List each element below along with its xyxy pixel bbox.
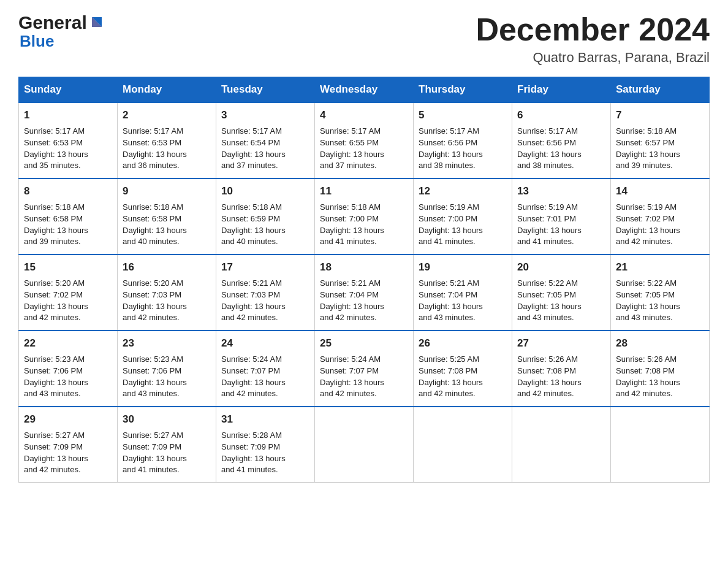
calendar-cell: 10 Sunrise: 5:18 AMSunset: 6:59 PMDaylig… [216,178,315,255]
day-info: Sunrise: 5:20 AMSunset: 7:02 PMDaylight:… [24,278,88,323]
day-number: 28 [616,336,704,351]
day-info: Sunrise: 5:22 AMSunset: 7:05 PMDaylight:… [616,278,680,323]
calendar-cell: 22 Sunrise: 5:23 AMSunset: 7:06 PMDaylig… [19,331,118,407]
day-info: Sunrise: 5:22 AMSunset: 7:05 PMDaylight:… [517,278,582,323]
day-info: Sunrise: 5:19 AMSunset: 7:01 PMDaylight:… [517,202,582,247]
day-info: Sunrise: 5:24 AMSunset: 7:07 PMDaylight:… [221,354,286,399]
calendar-cell: 19 Sunrise: 5:21 AMSunset: 7:04 PMDaylig… [414,255,512,331]
calendar-cell: 14 Sunrise: 5:19 AMSunset: 7:02 PMDaylig… [611,178,710,255]
day-info: Sunrise: 5:18 AMSunset: 6:58 PMDaylight:… [24,202,88,247]
calendar-cell: 12 Sunrise: 5:19 AMSunset: 7:00 PMDaylig… [414,178,512,255]
day-info: Sunrise: 5:17 AMSunset: 6:54 PMDaylight:… [221,126,286,170]
day-number: 9 [123,184,211,199]
day-number: 18 [320,260,408,275]
day-info: Sunrise: 5:23 AMSunset: 7:06 PMDaylight:… [24,354,88,399]
day-number: 1 [24,108,112,123]
day-number: 29 [24,412,112,427]
day-number: 19 [419,260,507,275]
day-number: 22 [24,336,112,351]
day-number: 26 [419,336,507,351]
day-info: Sunrise: 5:17 AMSunset: 6:55 PMDaylight:… [320,126,384,170]
day-info: Sunrise: 5:27 AMSunset: 7:09 PMDaylight:… [24,431,88,475]
day-number: 21 [616,260,704,275]
calendar-cell: 29 Sunrise: 5:27 AMSunset: 7:09 PMDaylig… [19,407,118,483]
calendar-cell: 31 Sunrise: 5:28 AMSunset: 7:09 PMDaylig… [216,407,315,483]
calendar-cell [611,407,710,483]
day-info: Sunrise: 5:20 AMSunset: 7:03 PMDaylight:… [123,278,187,323]
day-number: 27 [517,336,605,351]
page-header: General Blue December 2024 Quatro Barras… [18,12,710,66]
header-saturday: Saturday [611,77,710,103]
day-number: 25 [320,336,408,351]
calendar-cell: 9 Sunrise: 5:18 AMSunset: 6:58 PMDayligh… [118,178,216,255]
day-info: Sunrise: 5:18 AMSunset: 6:58 PMDaylight:… [123,202,187,247]
day-number: 6 [517,108,605,123]
calendar-cell: 24 Sunrise: 5:24 AMSunset: 7:07 PMDaylig… [216,331,315,407]
calendar-cell: 1 Sunrise: 5:17 AMSunset: 6:53 PMDayligh… [19,102,118,178]
day-number: 30 [123,412,211,427]
calendar-cell: 27 Sunrise: 5:26 AMSunset: 7:08 PMDaylig… [512,331,611,407]
calendar-cell: 20 Sunrise: 5:22 AMSunset: 7:05 PMDaylig… [512,255,611,331]
day-info: Sunrise: 5:17 AMSunset: 6:53 PMDaylight:… [24,126,88,170]
calendar-cell: 17 Sunrise: 5:21 AMSunset: 7:03 PMDaylig… [216,255,315,331]
logo-general-text: General [18,12,87,33]
day-info: Sunrise: 5:17 AMSunset: 6:56 PMDaylight:… [419,126,483,170]
day-number: 31 [221,412,309,427]
calendar-cell [315,407,414,483]
day-number: 23 [123,336,211,351]
calendar-cell: 6 Sunrise: 5:17 AMSunset: 6:56 PMDayligh… [512,102,611,178]
day-info: Sunrise: 5:23 AMSunset: 7:06 PMDaylight:… [123,354,187,399]
calendar-cell: 21 Sunrise: 5:22 AMSunset: 7:05 PMDaylig… [611,255,710,331]
calendar-cell: 25 Sunrise: 5:24 AMSunset: 7:07 PMDaylig… [315,331,414,407]
day-info: Sunrise: 5:19 AMSunset: 7:00 PMDaylight:… [419,202,483,247]
day-info: Sunrise: 5:18 AMSunset: 7:00 PMDaylight:… [320,202,384,247]
header-sunday: Sunday [19,77,118,103]
week-row-5: 29 Sunrise: 5:27 AMSunset: 7:09 PMDaylig… [19,407,710,483]
header-tuesday: Tuesday [216,77,315,103]
header-friday: Friday [512,77,611,103]
day-info: Sunrise: 5:24 AMSunset: 7:07 PMDaylight:… [320,354,384,399]
day-info: Sunrise: 5:26 AMSunset: 7:08 PMDaylight:… [517,354,582,399]
day-number: 8 [24,184,112,199]
day-number: 17 [221,260,309,275]
calendar-cell: 3 Sunrise: 5:17 AMSunset: 6:54 PMDayligh… [216,102,315,178]
calendar-cell: 28 Sunrise: 5:26 AMSunset: 7:08 PMDaylig… [611,331,710,407]
calendar-cell: 15 Sunrise: 5:20 AMSunset: 7:02 PMDaylig… [19,255,118,331]
day-info: Sunrise: 5:19 AMSunset: 7:02 PMDaylight:… [616,202,680,247]
day-number: 14 [616,184,704,199]
header-monday: Monday [118,77,216,103]
day-number: 20 [517,260,605,275]
calendar-cell: 4 Sunrise: 5:17 AMSunset: 6:55 PMDayligh… [315,102,414,178]
day-info: Sunrise: 5:26 AMSunset: 7:08 PMDaylight:… [616,354,680,399]
day-number: 4 [320,108,408,123]
day-info: Sunrise: 5:17 AMSunset: 6:53 PMDaylight:… [123,126,187,170]
day-number: 16 [123,260,211,275]
calendar-cell [512,407,611,483]
weekday-header-row: Sunday Monday Tuesday Wednesday Thursday… [19,77,710,103]
day-number: 24 [221,336,309,351]
week-row-1: 1 Sunrise: 5:17 AMSunset: 6:53 PMDayligh… [19,102,710,178]
day-info: Sunrise: 5:21 AMSunset: 7:04 PMDaylight:… [419,278,483,323]
calendar-table: Sunday Monday Tuesday Wednesday Thursday… [18,77,710,483]
calendar-cell [414,407,512,483]
header-thursday: Thursday [414,77,512,103]
calendar-cell: 7 Sunrise: 5:18 AMSunset: 6:57 PMDayligh… [611,102,710,178]
day-info: Sunrise: 5:17 AMSunset: 6:56 PMDaylight:… [517,126,582,170]
day-info: Sunrise: 5:21 AMSunset: 7:04 PMDaylight:… [320,278,384,323]
calendar-cell: 5 Sunrise: 5:17 AMSunset: 6:56 PMDayligh… [414,102,512,178]
day-number: 15 [24,260,112,275]
calendar-cell: 8 Sunrise: 5:18 AMSunset: 6:58 PMDayligh… [19,178,118,255]
day-info: Sunrise: 5:18 AMSunset: 6:59 PMDaylight:… [221,202,286,247]
day-info: Sunrise: 5:18 AMSunset: 6:57 PMDaylight:… [616,126,680,170]
header-wednesday: Wednesday [315,77,414,103]
calendar-cell: 23 Sunrise: 5:23 AMSunset: 7:06 PMDaylig… [118,331,216,407]
day-number: 7 [616,108,704,123]
calendar-cell: 2 Sunrise: 5:17 AMSunset: 6:53 PMDayligh… [118,102,216,178]
day-info: Sunrise: 5:28 AMSunset: 7:09 PMDaylight:… [221,431,286,475]
day-number: 3 [221,108,309,123]
day-info: Sunrise: 5:27 AMSunset: 7:09 PMDaylight:… [123,431,187,475]
calendar-cell: 16 Sunrise: 5:20 AMSunset: 7:03 PMDaylig… [118,255,216,331]
logo: General Blue [18,12,105,51]
week-row-2: 8 Sunrise: 5:18 AMSunset: 6:58 PMDayligh… [19,178,710,255]
calendar-cell: 18 Sunrise: 5:21 AMSunset: 7:04 PMDaylig… [315,255,414,331]
